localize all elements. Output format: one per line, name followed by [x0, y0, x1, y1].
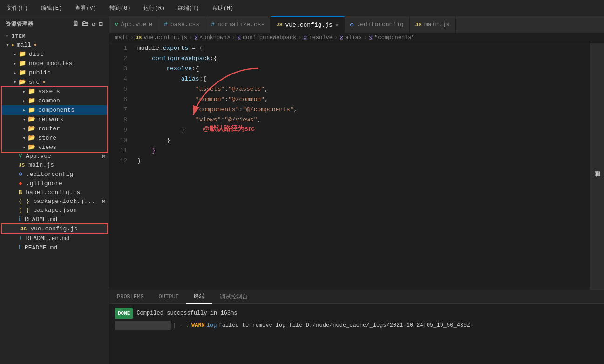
js-file-icon2: JS	[20, 226, 27, 232]
tree-item-babel-config[interactable]: B babel.config.js	[0, 188, 109, 197]
tree-item-store[interactable]: ▾ 📂 store	[2, 133, 107, 142]
tree-item-readme[interactable]: ℹ README.md	[0, 215, 109, 224]
tab-label-normalize-css: normalize.css	[217, 21, 265, 28]
tree-item-router[interactable]: ▾ 📂 router	[2, 124, 107, 133]
tree-item-main-js[interactable]: JS main.js	[0, 161, 109, 169]
tree-item-gitignore[interactable]: ◆ .gitignore	[0, 179, 109, 188]
tree-item-package-lock[interactable]: { } package-lock.j... M	[0, 197, 109, 206]
tab-debug-console[interactable]: 调试控制台	[212, 290, 255, 304]
folder-open-icon: 📂	[28, 134, 35, 142]
js-icon: JS	[276, 22, 282, 27]
tree-label-common: common	[38, 97, 60, 104]
sidebar-header: 资源管理器 🗎 🗁 ↺ ⊟	[0, 16, 109, 32]
tree-item-common[interactable]: ▸ 📁 common	[2, 96, 107, 105]
close-icon[interactable]: ✕	[335, 22, 339, 28]
menu-run[interactable]: 运行(R)	[141, 2, 168, 14]
arrow-icon: ▸	[11, 70, 19, 76]
tab-label-editorconfig: .editorconfig	[356, 21, 403, 28]
new-folder-icon[interactable]: 🗁	[82, 20, 89, 28]
menu-terminal[interactable]: 终端(T)	[175, 2, 202, 14]
tab-badge-app-vue: M	[149, 22, 152, 27]
breadcrumb-mall: mall	[115, 34, 129, 41]
arrow-icon: ▸	[11, 51, 19, 57]
tree-item-components[interactable]: ▸ 📁 components	[2, 105, 107, 115]
tab-terminal[interactable]: 终端	[186, 290, 212, 304]
tree-item-readme-en[interactable]: ⬇ README.en.md	[0, 234, 109, 243]
breadcrumb-resolve: resolve	[309, 34, 332, 41]
tree-label-babel-config: babel.config.js	[26, 189, 80, 196]
info-file-icon2: ℹ	[19, 244, 21, 251]
breadcrumb-unknown: <unknown>	[200, 34, 230, 41]
tree-label-readme-en: README.en.md	[26, 235, 70, 242]
refresh-icon[interactable]: ↺	[92, 20, 96, 28]
tree-item-package-json[interactable]: { } package.json	[0, 206, 109, 215]
tree-item-public[interactable]: ▸ 📁 public	[0, 68, 109, 77]
tree-expand-arrow[interactable]: ▾	[6, 34, 9, 39]
tree-item-views[interactable]: ▾ 📂 views	[2, 142, 107, 152]
tree-label-src: src	[29, 79, 40, 86]
tab-vue-config[interactable]: JS vue.config.js ✕	[271, 16, 344, 33]
terminal-warn-prefix: ] - :	[173, 322, 190, 329]
menu-file[interactable]: 文件(F)	[4, 2, 31, 14]
tab-base-css[interactable]: # base.css	[158, 16, 205, 33]
tree-label-editorconfig: .editorconfig	[26, 171, 73, 178]
arrow-icon: ▸	[20, 98, 28, 104]
tab-output[interactable]: OUTPUT	[151, 290, 186, 304]
bottom-panel: PROBLEMS OUTPUT 终端 调试控制台 DONE Compiled s…	[109, 290, 604, 364]
tree-label-readme2: README.md	[25, 244, 57, 251]
css-icon: #	[164, 21, 168, 28]
tab-normalize-css[interactable]: # normalize.css	[205, 16, 271, 33]
new-file-icon[interactable]: 🗎	[72, 20, 79, 28]
terminal-input-line: ] - : WARN log failed to remove log file…	[115, 321, 598, 330]
js-icon2: JS	[415, 22, 421, 27]
tree-item-vue-config[interactable]: JS vue.config.js	[2, 224, 107, 233]
tab-app-vue[interactable]: V App.vue M	[109, 16, 158, 33]
folder-open-icon: 📂	[28, 125, 35, 132]
breadcrumb: mall › JS vue.config.js › ⧖ <unknown> › …	[109, 33, 604, 43]
tree-item-network[interactable]: ▾ 📂 network	[2, 115, 107, 124]
arrow-icon: ▸	[11, 61, 19, 67]
menu-goto[interactable]: 转到(G)	[107, 2, 134, 14]
terminal-content[interactable]: DONE Compiled successfully in 163ms ] - …	[109, 304, 604, 364]
breadcrumb-func-icon4: ⧖	[339, 34, 343, 41]
tree-label-views: views	[38, 144, 56, 151]
tree-item-editorconfig[interactable]: ⚙ .editorconfig	[0, 169, 109, 179]
sep4: ›	[298, 34, 301, 41]
tree-label-app-vue: App.vue	[26, 153, 51, 160]
tab-problems[interactable]: PROBLEMS	[109, 290, 151, 304]
terminal-warn-msg: failed to remove log file D:/node/node_c…	[218, 322, 473, 329]
tab-main-js[interactable]: JS main.js	[410, 16, 456, 33]
tree-item-node-modules[interactable]: ▸ 📁 node_modules	[0, 59, 109, 68]
tree-item-src[interactable]: ▾ 📂 src ●	[0, 77, 109, 87]
folder-icon: ▸	[11, 41, 15, 48]
tree-item-app-vue[interactable]: V App.vue M	[0, 152, 109, 161]
tab-bar: V App.vue M # base.css # normalize.css J…	[109, 16, 604, 33]
tree-label-assets: assets	[38, 88, 60, 95]
breadcrumb-js-icon: JS	[136, 35, 142, 40]
menu-edit[interactable]: 编辑(E)	[38, 2, 65, 14]
git-file-icon: ◆	[19, 180, 22, 187]
tree-label-router: router	[38, 125, 60, 132]
json-file-icon2: { }	[19, 207, 29, 214]
tree-item-readme2[interactable]: ℹ README.md	[0, 243, 109, 252]
tree-item-assets[interactable]: ▸ 📁 assets	[2, 87, 107, 96]
tree-item-header: ITEM	[12, 34, 26, 39]
folder-icon: 📁	[28, 97, 35, 104]
tree-label-network: network	[38, 116, 64, 123]
arrow-icon: ▾	[20, 135, 28, 141]
tab-label-main-js: main.js	[424, 21, 450, 28]
tree-item-dist[interactable]: ▸ 📁 dist	[0, 49, 109, 59]
download-icon: ⬇	[19, 235, 22, 242]
breadcrumb-file: vue.config.js	[143, 34, 187, 41]
tree-item-mall[interactable]: ▾ ▸ mall ●	[0, 40, 109, 49]
menu-view[interactable]: 查看(V)	[72, 2, 99, 14]
menu-help[interactable]: 帮助(H)	[210, 2, 237, 14]
tree-badge-app-vue: M	[102, 154, 105, 159]
log-badge: log	[207, 322, 217, 329]
titlebar: 文件(F) 编辑(E) 查看(V) 转到(G) 运行(R) 终端(T) 帮助(H…	[0, 0, 604, 16]
tab-editorconfig[interactable]: ⚙ .editorconfig	[345, 16, 410, 33]
code-editor[interactable]: 1 2 3 4 5 6 7 8 9 10 11 12 module.	[109, 43, 604, 290]
breadcrumb-alias: alias	[345, 34, 362, 41]
folder-icon: 📁	[28, 88, 35, 95]
collapse-icon[interactable]: ⊟	[99, 20, 103, 28]
